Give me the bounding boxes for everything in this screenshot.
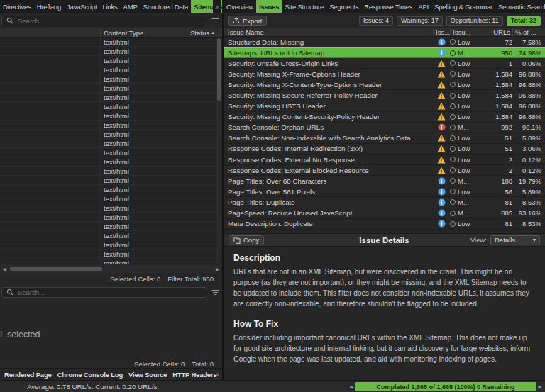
content-table-row[interactable]: text/html	[0, 93, 216, 102]
content-table-row[interactable]: text/html	[0, 176, 216, 185]
tab-spelling-grammar[interactable]: Spelling & Grammar	[431, 0, 495, 13]
bottom-tab-overflow-chevron-icon[interactable]: »	[216, 371, 219, 378]
content-table-row[interactable]: text/html	[0, 148, 216, 157]
bottom-tab-rendered-page[interactable]: Rendered Page	[1, 371, 55, 379]
crawl-progress-widget: ◀ Completed 1,665 of 1,665 (100%) 0 Rema…	[348, 382, 544, 391]
content-table-row[interactable]: text/html	[0, 84, 216, 93]
scroll-left-icon[interactable]: ◀	[1, 267, 9, 272]
bottom-tab-view-source[interactable]: View Source	[126, 371, 170, 379]
content-table-row[interactable]: text/html	[0, 250, 216, 259]
content-table-row[interactable]: text/html	[0, 167, 216, 176]
issue-row-search-console-orphan-urls[interactable]: Search Console: Orphan URLsM...99299.1%	[224, 123, 545, 133]
lower-search-input[interactable]	[18, 289, 204, 296]
issue-row-security-missing-x-content-type-options-header[interactable]: Security: Missing X-Content-Type-Options…	[224, 79, 545, 90]
tab-hreflang[interactable]: Hreflang	[34, 0, 64, 13]
content-table-row[interactable]: text/html	[0, 38, 216, 47]
content-table-row[interactable]: text/html	[0, 213, 216, 222]
content-table-row[interactable]: text/html	[0, 74, 216, 84]
crawl-search-box[interactable]	[1, 16, 207, 26]
how-to-fix-section: How To Fix Consider including important …	[233, 319, 535, 364]
column-header-content-type[interactable]: Content Type	[101, 28, 187, 37]
tab-issues[interactable]: Issues	[256, 0, 282, 13]
vertical-scrollbar[interactable]	[216, 38, 221, 264]
tab-api[interactable]: API	[415, 0, 431, 13]
column-header-pct-of-total[interactable]: % of ...	[512, 28, 545, 36]
column-header-issue-type[interactable]: Iss...	[433, 28, 450, 36]
chevron-down-icon: ▾	[533, 237, 536, 243]
issue-row-security-missing-secure-referrer-policy-header[interactable]: Security: Missing Secure Referrer-Policy…	[224, 90, 545, 101]
content-table-row[interactable]: text/html	[0, 111, 216, 121]
issue-row-security-missing-hsts-header[interactable]: Security: Missing HSTS HeaderLow1,58496.…	[224, 101, 545, 112]
column-header-issue-priority[interactable]: Issu...	[450, 28, 483, 36]
content-table-row[interactable]: text/html	[0, 121, 216, 130]
export-button[interactable]: Export	[228, 16, 267, 26]
bottom-tab-chrome-console-log[interactable]: Chrome Console Log	[55, 371, 126, 379]
column-header-urls[interactable]: URLs	[483, 28, 512, 36]
tab-site-structure[interactable]: Site Structure	[282, 0, 326, 13]
content-table-row[interactable]: text/html	[0, 231, 216, 240]
issue-row-meta-description-duplicate[interactable]: Meta Description: DuplicateLow818.53%	[224, 219, 545, 230]
row-content-type-cell: text/html	[101, 167, 129, 175]
content-table-row[interactable]: text/html	[0, 47, 216, 56]
tab-directives[interactable]: Directives	[0, 0, 34, 13]
issue-row-response-codes-internal-redirection-3xx[interactable]: Response Codes: Internal Redirection (3x…	[224, 144, 545, 155]
column-header-issue-name[interactable]: Issue Name	[224, 28, 433, 36]
copy-button[interactable]: Copy	[229, 235, 264, 245]
content-table-row[interactable]: text/html	[0, 157, 216, 167]
description-heading: Description	[233, 253, 535, 263]
progress-scroll-right-icon[interactable]: ▶	[536, 384, 544, 390]
content-table-row[interactable]: text/html	[0, 259, 216, 264]
filter-options-icon[interactable]	[210, 287, 220, 297]
issue-row-sitemaps-urls-not-in-sitemap[interactable]: Sitemaps: URLs not in SitemapM...95074.9…	[224, 47, 545, 58]
horizontal-scrollbar-thumb[interactable]	[10, 267, 102, 271]
tab-structured-data[interactable]: Structured Data	[141, 0, 192, 13]
tab-amp[interactable]: AMP	[121, 0, 141, 13]
content-table-row[interactable]: text/html	[0, 56, 216, 65]
tab-response-times[interactable]: Response Times	[361, 0, 415, 13]
issues-toolbar: Export Issues: 4Warnings: 17Opportunitie…	[224, 14, 545, 27]
view-dropdown[interactable]: Details ▾	[490, 235, 540, 245]
issue-name: Security: Missing X-Frame-Options Header	[224, 70, 433, 78]
issue-row-security-unsafe-cross-origin-links[interactable]: Security: Unsafe Cross-Origin LinksLow10…	[224, 58, 545, 69]
issue-row-pagespeed-reduce-unused-javascript[interactable]: PageSpeed: Reduce Unused JavaScriptM...8…	[224, 208, 545, 219]
content-table-row[interactable]: text/html	[0, 139, 216, 148]
vertical-scrollbar-thumb[interactable]	[217, 38, 221, 101]
issue-row-page-titles-over-561-pixels[interactable]: Page Titles: Over 561 PixelsLow565.89%	[224, 186, 545, 197]
tab-javascript[interactable]: JavaScript	[64, 0, 99, 13]
column-header-blank[interactable]	[0, 28, 101, 37]
tab-segments[interactable]: Segments	[326, 0, 361, 13]
tab-overview[interactable]: Overview	[224, 0, 256, 13]
view-dropdown-value: Details	[495, 236, 515, 244]
content-table-row[interactable]: text/html	[0, 185, 216, 194]
column-header-status[interactable]: Status ▲	[187, 28, 222, 37]
issues-table-header: Issue Name Iss... Issu... URLs % of ...	[224, 28, 545, 37]
issue-row-response-codes-external-no-response[interactable]: Response Codes: External No ResponseLow2…	[224, 155, 545, 165]
content-table-row[interactable]: text/html	[0, 194, 216, 203]
horizontal-scrollbar[interactable]: ◀ ▶	[1, 265, 221, 273]
issue-row-response-codes-external-blocked-resource[interactable]: Response Codes: External Blocked Resourc…	[224, 165, 545, 176]
content-table-row[interactable]: text/html	[0, 240, 216, 250]
horizontal-scrollbar-track[interactable]	[9, 267, 214, 271]
content-table-row[interactable]: text/html	[0, 102, 216, 111]
tab-semantic-search[interactable]: Semantic Search	[495, 0, 545, 13]
filter-options-icon[interactable]	[210, 16, 220, 26]
crawl-search-input[interactable]	[18, 17, 204, 25]
content-table-row[interactable]: text/html	[0, 203, 216, 213]
warn-icon	[433, 134, 450, 142]
lower-search-box[interactable]	[1, 287, 207, 298]
tab-overflow-chevron-icon[interactable]: »	[213, 0, 221, 13]
tab-links[interactable]: Links	[99, 0, 120, 13]
issue-row-page-titles-duplicate[interactable]: Page Titles: DuplicateM...818.53%	[224, 197, 545, 208]
bottom-tab-http-headers[interactable]: HTTP Headers	[170, 371, 219, 379]
issue-row-security-missing-x-frame-options-header[interactable]: Security: Missing X-Frame-Options Header…	[224, 69, 545, 79]
content-table-row[interactable]: text/html	[0, 130, 216, 139]
issue-row-structured-data-missing[interactable]: Structured Data: MissingLow727.58%	[224, 37, 545, 47]
content-table-row[interactable]: text/html	[0, 65, 216, 74]
issue-row-search-console-non-indexable-with-search-analytics-data[interactable]: Search Console: Non-Indexable with Searc…	[224, 133, 545, 144]
row-blank-cell	[0, 130, 101, 138]
scroll-right-icon[interactable]: ▶	[214, 267, 221, 272]
content-table-row[interactable]: text/html	[0, 222, 216, 231]
issue-row-security-missing-content-security-policy-header[interactable]: Security: Missing Content-Security-Polic…	[224, 112, 545, 123]
issue-row-page-titles-over-60-characters[interactable]: Page Titles: Over 60 CharactersM...18819…	[224, 176, 545, 186]
progress-scroll-left-icon[interactable]: ◀	[348, 384, 355, 390]
